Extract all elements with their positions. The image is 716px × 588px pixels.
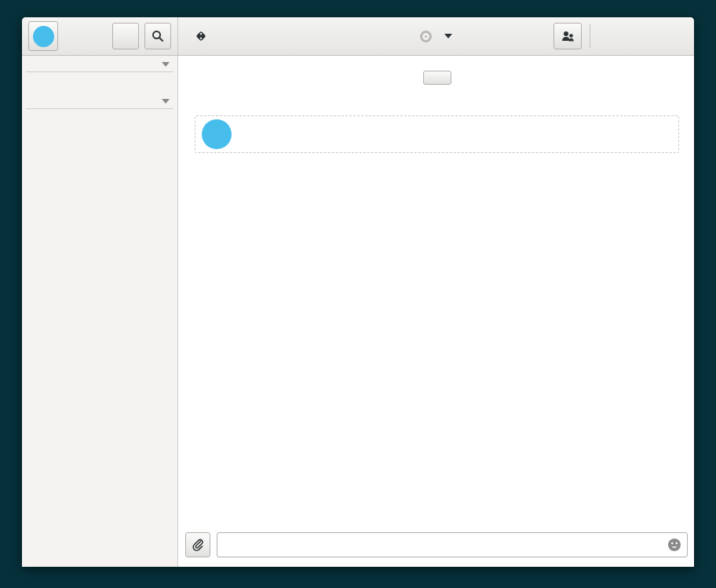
members-icon [561, 31, 575, 42]
members-button[interactable] [553, 23, 582, 49]
user-avatar [33, 26, 54, 47]
titlebar [22, 17, 694, 56]
message-sender-avatar [202, 119, 232, 149]
sidebar [22, 56, 178, 567]
room-header [178, 17, 694, 55]
message-row[interactable] [195, 115, 679, 153]
sidebar-toolbar [22, 17, 178, 55]
message-timeline [178, 56, 694, 528]
room-title-caret-icon [444, 34, 452, 38]
window-body [22, 56, 694, 567]
message-input-wrap [217, 532, 688, 557]
matrix-client-window [22, 17, 694, 567]
message-input[interactable] [217, 532, 688, 557]
favorites-section-header[interactable] [26, 62, 174, 72]
chat-area [178, 56, 694, 567]
load-more-wrap [195, 71, 679, 88]
titlebar-separator [590, 24, 590, 48]
load-more-button[interactable] [423, 71, 451, 85]
rooms-section-header[interactable] [26, 99, 174, 109]
favorites-hint [22, 72, 177, 93]
maximize-button[interactable] [628, 24, 658, 49]
search-button[interactable] [144, 23, 171, 49]
room-avatar-placeholder-icon [420, 31, 432, 42]
search-icon [152, 30, 164, 42]
close-button[interactable] [658, 24, 688, 49]
attach-button[interactable] [185, 532, 210, 557]
emoji-icon[interactable] [667, 538, 681, 552]
add-room-button[interactable] [112, 23, 139, 49]
room-menu-icon[interactable] [195, 30, 207, 42]
composer [178, 528, 694, 567]
paperclip-icon [192, 539, 204, 551]
rooms-collapse-icon [162, 99, 170, 104]
minimize-button[interactable] [598, 24, 628, 49]
favorites-collapse-icon [162, 62, 170, 67]
user-account-button[interactable] [28, 21, 58, 51]
